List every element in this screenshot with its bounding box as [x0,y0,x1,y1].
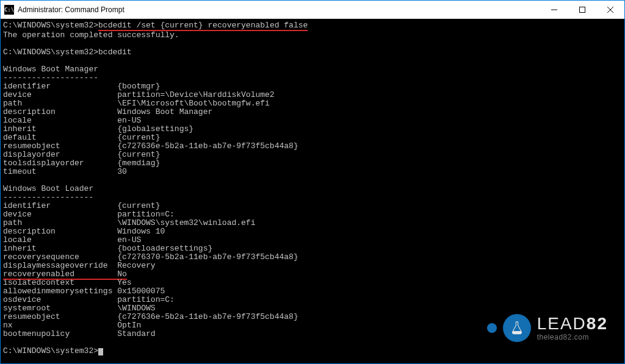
app-icon: C:\ [4,5,14,15]
minimize-button[interactable] [540,1,568,18]
command-prompt-window: C:\ Administrator: Command Prompt C:\WIN… [0,0,625,364]
window-title: Administrator: Command Prompt [18,5,540,14]
close-icon [607,7,613,13]
maximize-icon [579,7,585,13]
minimize-icon [551,7,557,13]
terminal-output[interactable]: C:\WINDOWS\system32>bcdedit /set {curren… [1,19,624,363]
maximize-button[interactable] [568,1,596,18]
titlebar: C:\ Administrator: Command Prompt [1,1,624,19]
close-button[interactable] [596,1,624,18]
cursor [98,348,103,355]
svg-rect-1 [580,7,585,12]
window-controls [540,1,624,18]
